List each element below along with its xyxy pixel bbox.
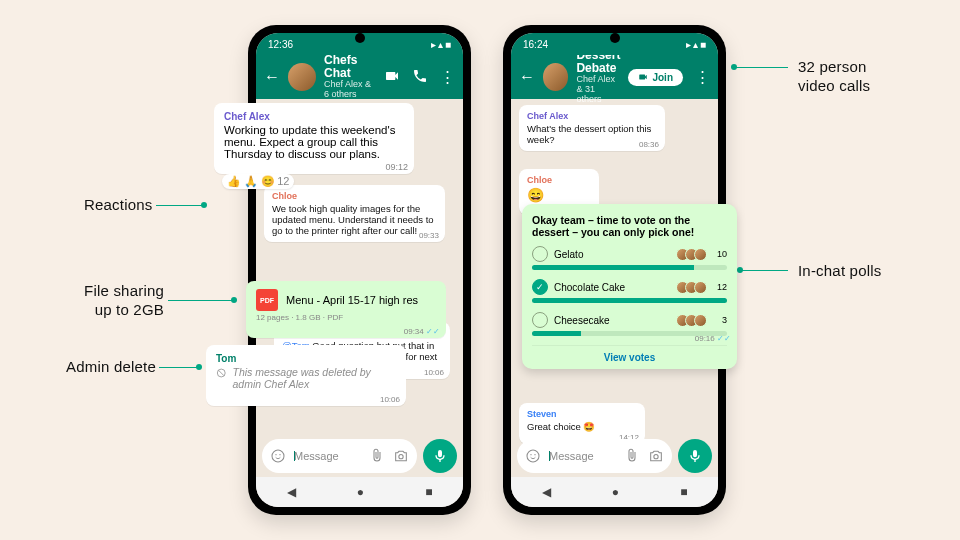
attach-icon[interactable] bbox=[624, 448, 640, 464]
callout-dot bbox=[737, 267, 743, 273]
chat-header[interactable]: ← Dessert Debate Chef Alex & 31 others J… bbox=[511, 55, 718, 99]
back-icon[interactable]: ← bbox=[264, 68, 280, 86]
chat-header[interactable]: ← Chefs Chat Chef Alex & 6 others ⋮ bbox=[256, 55, 463, 99]
nav-back-icon[interactable]: ◀ bbox=[287, 485, 296, 499]
message-incoming[interactable]: Chef Alex What's the dessert option this… bbox=[519, 105, 665, 151]
camera-notch bbox=[610, 33, 620, 43]
message-input[interactable]: Message bbox=[262, 439, 417, 473]
status-icons: ▸▴■ bbox=[429, 39, 451, 50]
status-time: 16:24 bbox=[523, 39, 548, 50]
callout-line bbox=[740, 270, 788, 271]
attach-icon[interactable] bbox=[369, 448, 385, 464]
vote-count: 3 bbox=[713, 315, 727, 325]
emoji-icon[interactable] bbox=[525, 448, 541, 464]
camera-notch bbox=[355, 33, 365, 43]
nav-recents-icon[interactable]: ■ bbox=[680, 485, 687, 499]
svg-point-0 bbox=[272, 450, 284, 462]
callout-dot bbox=[731, 64, 737, 70]
svg-point-1 bbox=[275, 454, 276, 455]
nav-home-icon[interactable]: ● bbox=[357, 485, 364, 499]
pdf-badge-icon: PDF bbox=[256, 289, 278, 311]
poll-option[interactable]: Gelato10 bbox=[532, 246, 727, 270]
voter-avatars bbox=[680, 248, 707, 261]
more-menu-icon[interactable]: ⋮ bbox=[695, 68, 710, 86]
message-time: 09:34 ✓✓ bbox=[404, 327, 440, 336]
message-incoming[interactable]: Chloe We took high quality images for th… bbox=[264, 185, 445, 242]
callout-polls: In-chat polls bbox=[798, 262, 881, 281]
composer-bar: Message bbox=[262, 439, 457, 473]
prohibited-icon bbox=[216, 366, 227, 380]
sender-name: Tom bbox=[216, 353, 396, 364]
option-label: Gelato bbox=[554, 249, 674, 260]
message-body: 😄 bbox=[527, 187, 544, 203]
emoji-icon[interactable] bbox=[270, 448, 286, 464]
poll-option[interactable]: Cheesecake3 bbox=[532, 312, 727, 336]
reaction-pill[interactable]: 👍 🙏 😊12 bbox=[222, 174, 294, 189]
message-time: 09:16 ✓✓ bbox=[695, 334, 731, 343]
input-placeholder: Message bbox=[549, 450, 616, 462]
message-incoming[interactable]: Steven Great choice 🤩 14:12 ❤️12 bbox=[519, 403, 645, 444]
sender-name: Chloe bbox=[527, 175, 591, 185]
option-label: Cheesecake bbox=[554, 315, 674, 326]
option-label: Chocolate Cake bbox=[554, 282, 674, 293]
message-time: 10:06 bbox=[424, 368, 444, 377]
video-call-icon[interactable] bbox=[384, 68, 400, 87]
callout-filesharing: File sharing up to 2GB bbox=[78, 282, 164, 320]
svg-point-9 bbox=[654, 455, 658, 459]
callout-admin-delete: Admin delete bbox=[66, 358, 156, 377]
poll-question: Okay team – time to vote on the dessert … bbox=[532, 214, 727, 238]
camera-icon[interactable] bbox=[393, 448, 409, 464]
voice-call-icon[interactable] bbox=[412, 68, 428, 87]
message-incoming[interactable]: Chef Alex Working to update this weekend… bbox=[214, 103, 414, 174]
callout-reactions: Reactions bbox=[84, 196, 153, 215]
file-name: Menu - April 15-17 high res bbox=[286, 294, 418, 306]
android-nav-bar: ◀ ● ■ bbox=[511, 477, 718, 507]
camera-icon[interactable] bbox=[648, 448, 664, 464]
callout-text: 32 person bbox=[798, 58, 867, 75]
file-meta: 12 pages · 1.8 GB · PDF bbox=[256, 313, 436, 322]
message-body: What's the dessert option this week? bbox=[527, 123, 651, 145]
nav-back-icon[interactable]: ◀ bbox=[542, 485, 551, 499]
message-time: 09:12 bbox=[385, 162, 408, 172]
vote-count: 12 bbox=[713, 282, 727, 292]
message-deleted[interactable]: Tom This message was deleted by admin Ch… bbox=[206, 345, 406, 406]
callout-dot bbox=[201, 202, 207, 208]
message-time: 10:06 bbox=[380, 395, 400, 404]
sender-name: Steven bbox=[527, 409, 637, 419]
status-bar: 12:36 ▸▴■ bbox=[256, 33, 463, 55]
callout-line bbox=[734, 67, 788, 68]
chat-title-block[interactable]: Dessert Debate Chef Alex & 31 others bbox=[576, 49, 620, 105]
radio-checked-icon[interactable]: ✓ bbox=[532, 279, 548, 295]
callout-line bbox=[156, 205, 204, 206]
chat-title-block[interactable]: Chefs Chat Chef Alex & 6 others bbox=[324, 54, 376, 100]
status-icons: ▸▴■ bbox=[684, 39, 706, 50]
callout-dot bbox=[196, 364, 202, 370]
chat-subtitle: Chef Alex & 6 others bbox=[324, 80, 376, 100]
more-menu-icon[interactable]: ⋮ bbox=[440, 68, 455, 86]
nav-recents-icon[interactable]: ■ bbox=[425, 485, 432, 499]
message-body: Great choice 🤩 bbox=[527, 421, 596, 432]
group-avatar[interactable] bbox=[543, 63, 568, 91]
radio-unchecked-icon[interactable] bbox=[532, 246, 548, 262]
poll-card-outgoing[interactable]: Okay team – time to vote on the dessert … bbox=[522, 204, 737, 369]
sender-name: Chef Alex bbox=[527, 111, 657, 121]
join-call-button[interactable]: Join bbox=[628, 69, 683, 86]
back-icon[interactable]: ← bbox=[519, 68, 535, 86]
file-attachment-outgoing[interactable]: PDF Menu - April 15-17 high res 12 pages… bbox=[246, 281, 446, 338]
vote-bar bbox=[532, 298, 727, 303]
message-input[interactable]: Message bbox=[517, 439, 672, 473]
vote-bar bbox=[532, 265, 727, 270]
join-label: Join bbox=[652, 72, 673, 83]
message-body: We took high quality images for the upda… bbox=[272, 203, 434, 236]
mic-button[interactable] bbox=[678, 439, 712, 473]
group-avatar[interactable] bbox=[288, 63, 316, 91]
read-ticks-icon: ✓✓ bbox=[717, 334, 731, 343]
nav-home-icon[interactable]: ● bbox=[612, 485, 619, 499]
radio-unchecked-icon[interactable] bbox=[532, 312, 548, 328]
mic-button[interactable] bbox=[423, 439, 457, 473]
poll-option[interactable]: ✓Chocolate Cake12 bbox=[532, 279, 727, 303]
callout-text: video calls bbox=[798, 77, 870, 94]
callout-text: up to 2GB bbox=[95, 301, 164, 318]
view-votes-button[interactable]: View votes bbox=[532, 345, 727, 365]
message-time: 09:33 bbox=[419, 231, 439, 240]
